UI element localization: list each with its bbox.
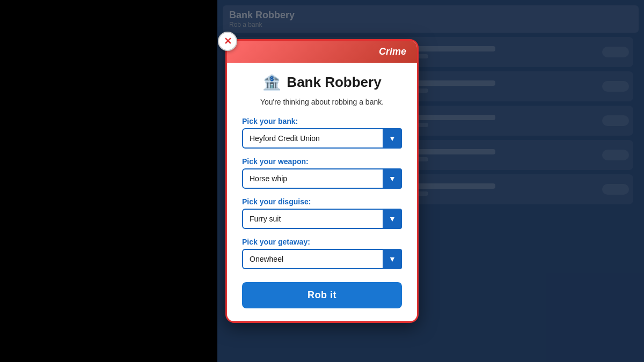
disguise-label: Pick your disguise: (242, 197, 402, 206)
bank-field-group: Pick your bank: Heyford Credit UnionFirs… (242, 117, 402, 149)
disguise-field-group: Pick your disguise: Furry suitClown cost… (242, 197, 402, 229)
modal-title-row: 🏦 Bank Robbery (242, 73, 402, 91)
modal-header: Crime (227, 41, 417, 63)
bank-icon: 🏦 (262, 73, 281, 91)
modal-title: Bank Robbery (287, 74, 381, 91)
disguise-select-wrapper: Furry suitClown costumeBusiness suitSki … (242, 209, 402, 229)
rob-it-button[interactable]: Rob it (242, 282, 402, 308)
crime-modal: Crime 🏦 Bank Robbery You're thinking abo… (225, 39, 419, 323)
modal-wrapper: ✕ Crime 🏦 Bank Robbery You're thinking a… (225, 39, 419, 323)
bank-label: Pick your bank: (242, 117, 402, 125)
getaway-field-group: Pick your getaway: OnewheelBicycleCarMot… (242, 238, 402, 269)
modal-body: 🏦 Bank Robbery You're thinking about rob… (227, 63, 417, 321)
weapon-select-wrapper: Horse whipKnifeGunBaseball bat ▼ (242, 168, 402, 189)
modal-description: You're thinking about robbing a bank. (242, 98, 402, 106)
close-button[interactable]: ✕ (218, 32, 237, 51)
close-icon: ✕ (224, 36, 232, 46)
bank-select[interactable]: Heyford Credit UnionFirst National BankC… (242, 128, 402, 149)
modal-overlay: ✕ Crime 🏦 Bank Robbery You're thinking a… (0, 0, 644, 362)
getaway-label: Pick your getaway: (242, 238, 402, 246)
modal-category-label: Crime (379, 46, 406, 57)
disguise-select[interactable]: Furry suitClown costumeBusiness suitSki … (242, 209, 402, 229)
getaway-select[interactable]: OnewheelBicycleCarMotorcycle (242, 249, 402, 269)
weapon-select[interactable]: Horse whipKnifeGunBaseball bat (242, 168, 402, 189)
bank-select-wrapper: Heyford Credit UnionFirst National BankC… (242, 128, 402, 149)
weapon-field-group: Pick your weapon: Horse whipKnifeGunBase… (242, 157, 402, 189)
weapon-label: Pick your weapon: (242, 157, 402, 166)
getaway-select-wrapper: OnewheelBicycleCarMotorcycle ▼ (242, 249, 402, 269)
